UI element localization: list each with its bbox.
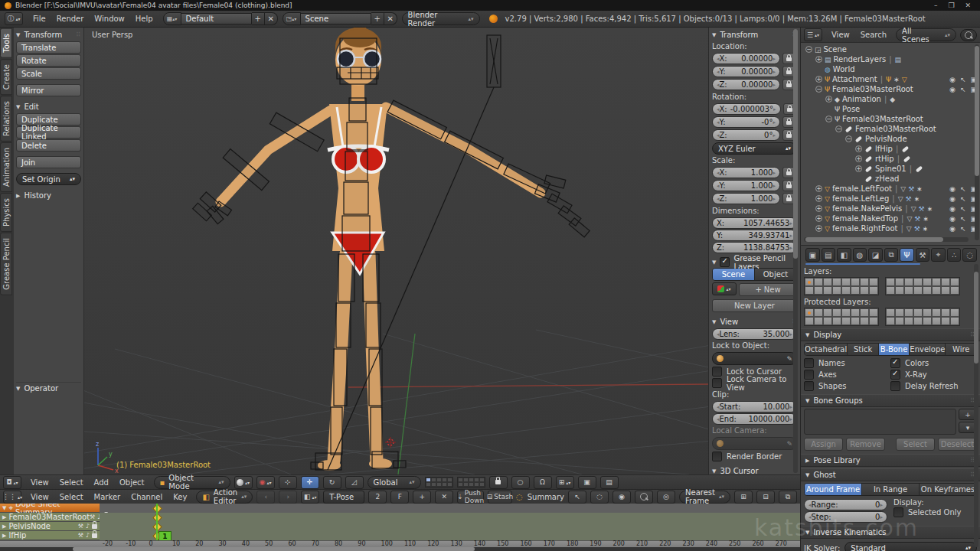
manipulator-translate-button[interactable]: ⊹ — [279, 476, 297, 489]
transform-panel-header[interactable]: ▼Transform⠿ — [16, 29, 81, 41]
outliner-row-rthip[interactable]: +rtHip| — [802, 154, 980, 164]
dopesheet-menu-select[interactable]: Select — [54, 493, 89, 501]
auto-snap-help-icon[interactable]: ◉ — [612, 491, 631, 504]
display-mode-envelope[interactable]: Envelope — [910, 344, 946, 355]
local-camera-field[interactable]: ✎ — [712, 437, 797, 450]
rotation-z-field[interactable]: ◂Z:0°▸ — [712, 129, 780, 141]
item-label[interactable]: Female03MasterRoot — [842, 115, 923, 123]
bone-groups-panel-header[interactable]: ▼Bone Groups⠿ — [801, 394, 980, 407]
pivot-point-dropdown[interactable]: ◉▴▾ — [256, 476, 275, 489]
properties-tab-render-layers[interactable]: ▤ — [822, 248, 836, 262]
dimension-z-field[interactable]: Z:1138.84753▸ — [712, 242, 797, 253]
layer-cell[interactable] — [904, 317, 913, 325]
gp-source-toggle[interactable]: SceneObject — [712, 268, 797, 281]
gp-object-button[interactable]: Object — [755, 269, 796, 280]
shelf-tab-create[interactable]: Create — [0, 59, 12, 95]
fake-user-button[interactable]: F — [390, 491, 409, 504]
rotation-x-field[interactable]: ◂X:-0.000003°▸ — [712, 103, 781, 115]
xray-checkbox[interactable] — [890, 370, 900, 380]
layer-cell[interactable] — [886, 286, 895, 295]
display-mode-stick[interactable]: Stick — [848, 344, 879, 355]
layer-cell[interactable] — [851, 308, 860, 317]
outliner-row-female03masterroot[interactable]: −ΨFemale03MasterRoot◉↖▣ — [802, 84, 980, 94]
clip-end-field[interactable]: ◂End:10000.000▸ — [712, 413, 797, 425]
transform-orientation-dropdown[interactable]: Global▴▾ — [368, 476, 421, 489]
prev-action-button[interactable]: ‹ — [256, 491, 275, 504]
properties-tab-physics[interactable]: ◌ — [962, 248, 977, 262]
layer-cell[interactable] — [832, 278, 841, 286]
layer-cell[interactable] — [913, 278, 923, 286]
item-label[interactable]: lfHip — [875, 145, 893, 153]
ik-solver-dropdown[interactable]: Standard▴▾ — [844, 542, 977, 551]
outliner-hscrollbar[interactable] — [804, 237, 969, 242]
properties-tab-modifiers[interactable]: ⚒ — [916, 248, 930, 262]
render-opengl-anim-button[interactable]: ▤ — [600, 476, 619, 489]
protected-layers-grid-2[interactable] — [885, 308, 960, 326]
layer-cell[interactable] — [913, 317, 923, 325]
delay-refresh-row[interactable]: Delay Refresh — [890, 380, 977, 392]
expand-icon[interactable]: + — [855, 165, 862, 172]
layout-add-button[interactable]: + — [252, 12, 265, 25]
editor-mode-dropdown[interactable]: ◧Action Editor▴▾ — [196, 491, 253, 504]
lock-camera-checkbox[interactable] — [712, 378, 722, 388]
layer-cell[interactable] — [932, 317, 941, 325]
layer-cell[interactable] — [860, 286, 869, 295]
clip-start-field[interactable]: ◂Start:10.000▸ — [712, 401, 797, 412]
scene-icon[interactable]: ◳▴▾ — [283, 12, 301, 25]
expand-icon[interactable]: + — [855, 155, 862, 162]
ghost-panel-header[interactable]: ▼Ghost⠿ — [801, 468, 980, 481]
selectability-icon[interactable]: ↖ — [960, 195, 966, 203]
dopesheet-menu-marker[interactable]: Marker — [89, 493, 126, 501]
layer-cell[interactable] — [923, 286, 932, 295]
properties-tab-bone[interactable]: ⌖ — [931, 248, 946, 262]
expand-icon[interactable]: + — [815, 56, 822, 63]
armature-layers-grid[interactable] — [804, 277, 879, 295]
outliner-row-zhead[interactable]: zHead — [802, 174, 980, 184]
timeline-ruler[interactable]: -20-100102030405060708090100110120130140… — [0, 540, 800, 547]
gp-scene-button[interactable]: Scene — [713, 269, 755, 280]
circle-select-icon[interactable]: ◎ — [657, 491, 675, 504]
render-border-checkbox[interactable] — [712, 452, 722, 461]
edit-panel-header[interactable]: ▼Edit — [16, 101, 81, 112]
layer-cell[interactable] — [851, 286, 860, 295]
grease-pencil-checkbox[interactable] — [720, 257, 730, 267]
deselect-button[interactable]: Deselect — [938, 438, 977, 451]
layer-cell[interactable] — [814, 286, 823, 295]
manipulator-rotate-button[interactable]: ↻ — [323, 476, 341, 489]
lock-to-cursor-checkbox[interactable] — [712, 367, 722, 377]
outliner-row-female.nakedtop[interactable]: +▽female.NakedTop|▽⚒∗◉↖▣ — [802, 214, 980, 223]
scene-name[interactable]: Scene — [301, 13, 371, 24]
layer-cell[interactable] — [923, 278, 932, 286]
expand-icon[interactable]: − — [815, 86, 822, 93]
item-label[interactable]: Scene — [824, 45, 848, 54]
modifier-icon[interactable]: ⚒ — [90, 514, 95, 520]
item-label[interactable]: Animation — [842, 95, 881, 103]
outliner-row-animation[interactable]: +◆Animation|◆ — [802, 94, 980, 104]
manipulator-active-button[interactable]: ✛ — [301, 476, 319, 489]
expand-icon[interactable]: − — [805, 46, 812, 53]
layer-cell[interactable] — [814, 308, 823, 317]
shelf-tab-animation[interactable]: Animation — [0, 142, 12, 192]
layer-cell[interactable] — [841, 278, 851, 286]
remove-button[interactable]: Remove — [846, 438, 885, 451]
layer-cell[interactable] — [869, 286, 878, 295]
selectability-icon[interactable]: ↖ — [960, 215, 966, 223]
visibility-icon[interactable]: ◉ — [949, 225, 956, 233]
visibility-icon[interactable]: ◉ — [949, 195, 956, 203]
close-button[interactable]: ✕ — [965, 2, 971, 9]
scene-delete-button[interactable]: ✕ — [384, 12, 397, 25]
mode-dropdown[interactable]: ▪Object Mode▴▾ — [154, 476, 230, 489]
visibility-icon[interactable]: ◉ — [949, 215, 956, 223]
shelf-tab-physics[interactable]: Physics — [0, 193, 12, 232]
lens-field[interactable]: ◂Lens:35.000▸ — [712, 328, 797, 340]
layers-grid-2[interactable] — [457, 477, 485, 487]
duplicate-linked-button[interactable]: Duplicate Linked — [16, 126, 81, 139]
location-y-field[interactable]: ◂Y:0.00000▸ — [712, 66, 780, 77]
shapes-checkbox[interactable] — [804, 381, 814, 391]
visibility-icon[interactable]: ◉ — [949, 185, 956, 193]
item-label[interactable]: rtHip — [875, 155, 894, 163]
bone-groups-list[interactable] — [804, 409, 956, 435]
viewport-shading-dropdown[interactable]: ▴▾ — [234, 476, 253, 489]
layer-cell[interactable] — [895, 278, 904, 286]
viewport-menu-add[interactable]: Add — [89, 478, 114, 487]
